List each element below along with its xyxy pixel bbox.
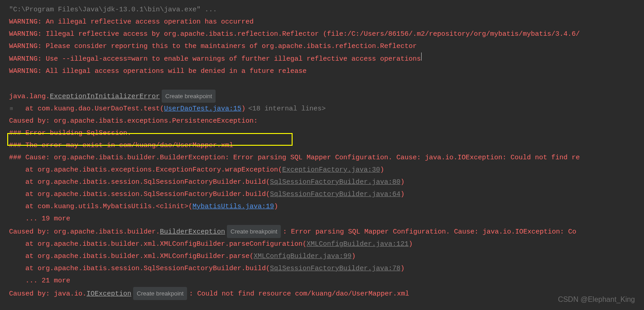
caused-by-line: Caused by: org.apache.ibatis.exceptions.… <box>9 115 644 127</box>
stack-suffix: ) <box>274 200 278 213</box>
stack-suffix: ) <box>400 262 404 275</box>
exception-prefix: java.lang. <box>9 91 50 103</box>
stack-suffix: ) <box>400 188 404 200</box>
warning-text: WARNING: Use --illegal-access=warn to en… <box>9 53 421 65</box>
warning-line: WARNING: Use --illegal-access=warn to en… <box>9 52 644 65</box>
stack-prefix: at org.apache.ibatis.exceptions.Exceptio… <box>25 164 282 176</box>
stack-link[interactable]: XMLConfigBuilder.java:99 <box>254 250 351 262</box>
more-text: ... 19 more <box>25 213 70 225</box>
stack-line: at org.apache.ibatis.session.SqlSessionF… <box>9 176 644 188</box>
stack-line: ⊞ at com.kuang.dao.UserDaoTest.test(User… <box>9 103 644 115</box>
stack-prefix: at org.apache.ibatis.session.SqlSessionF… <box>25 176 270 188</box>
warning-text: WARNING: An illegal reflective access op… <box>9 16 254 28</box>
warning-text: WARNING: Please consider reporting this … <box>9 40 417 52</box>
exception-line: java.lang.ExceptionInInitializerError Cr… <box>9 90 644 103</box>
warning-line: WARNING: An illegal reflective access op… <box>9 16 644 28</box>
cause-text: ### Cause: org.apache.ibatis.builder.Bui… <box>9 152 580 164</box>
highlight-box <box>7 133 293 146</box>
java-command: "C:\Program Files\Java\jdk-13.0.1\bin\ja… <box>9 4 217 16</box>
stack-link[interactable]: XMLConfigBuilder.java:121 <box>307 238 409 250</box>
text-cursor <box>421 52 422 61</box>
stack-prefix: at org.apache.ibatis.builder.xml.XMLConf… <box>25 238 307 250</box>
stack-suffix: ) <box>351 250 356 262</box>
stack-prefix: at com.kuang.dao.UserDaoTest.test( <box>25 103 164 115</box>
stack-line: at org.apache.ibatis.exceptions.Exceptio… <box>9 164 644 176</box>
stack-suffix: ) <box>409 238 413 250</box>
stack-link[interactable]: UserDaoTest.java:15 <box>164 103 241 115</box>
stack-link[interactable]: ExceptionFactory.java:30 <box>282 164 380 176</box>
create-breakpoint-button[interactable]: Create breakpoint <box>227 225 281 238</box>
stack-line: at org.apache.ibatis.builder.xml.XMLConf… <box>9 250 644 262</box>
more-text: ... 21 more <box>25 275 70 287</box>
stack-line: at com.kuang.utils.MybatisUtils.<clinit>… <box>9 200 644 213</box>
caused-by-text: Caused by: org.apache.ibatis.exceptions.… <box>9 115 258 127</box>
more-line: ... 21 more <box>9 275 644 287</box>
more-line: ... 19 more <box>9 213 644 225</box>
warning-text: WARNING: Illegal reflective access by or… <box>9 28 580 40</box>
console-output[interactable]: "C:\Program Files\Java\jdk-13.0.1\bin\ja… <box>0 0 644 304</box>
caused-by-suffix: : Error parsing SQL Mapper Configuration… <box>283 226 576 238</box>
stack-link[interactable]: MybatisUtils.java:19 <box>192 200 274 213</box>
stack-prefix: at com.kuang.utils.MybatisUtils.<clinit>… <box>25 200 192 213</box>
stack-prefix: at org.apache.ibatis.session.SqlSessionF… <box>25 188 270 200</box>
caused-by-prefix: Caused by: java.io. <box>9 288 87 300</box>
warning-line: WARNING: All illegal access operations w… <box>9 65 644 77</box>
stack-suffix: ) <box>400 176 404 188</box>
warning-line: WARNING: Illegal reflective access by or… <box>9 28 644 40</box>
stack-line: at org.apache.ibatis.session.SqlSessionF… <box>9 188 644 200</box>
cause-line: ### Cause: org.apache.ibatis.builder.Bui… <box>9 152 644 164</box>
caused-by-line: Caused by: java.io.IOException Create br… <box>9 287 644 300</box>
exception-link[interactable]: BuilderException <box>160 226 225 238</box>
stack-prefix: at org.apache.ibatis.session.SqlSessionF… <box>25 262 270 275</box>
warning-line: WARNING: Please consider reporting this … <box>9 40 644 52</box>
stack-line: at org.apache.ibatis.builder.xml.XMLConf… <box>9 238 644 250</box>
stack-suffix: ) <box>241 103 245 115</box>
stack-suffix: ) <box>380 164 384 176</box>
stack-line: at org.apache.ibatis.session.SqlSessionF… <box>9 262 644 275</box>
watermark: CSDN @Elephant_King <box>558 293 635 305</box>
caused-by-prefix: Caused by: org.apache.ibatis.builder. <box>9 226 160 238</box>
exception-link[interactable]: ExceptionInInitializerError <box>50 91 160 103</box>
stack-link[interactable]: SqlSessionFactoryBuilder.java:64 <box>270 188 400 200</box>
stack-prefix: at org.apache.ibatis.builder.xml.XMLConf… <box>25 250 254 262</box>
caused-by-suffix: : Could not find resource com/kuang/dao/… <box>189 288 409 300</box>
caused-by-line: Caused by: org.apache.ibatis.builder.Bui… <box>9 225 644 238</box>
stack-link[interactable]: SqlSessionFactoryBuilder.java:80 <box>270 176 400 188</box>
create-breakpoint-button[interactable]: Create breakpoint <box>133 287 187 300</box>
create-breakpoint-button[interactable]: Create breakpoint <box>162 90 216 103</box>
exception-link[interactable]: IOException <box>87 288 131 300</box>
stack-link[interactable]: SqlSessionFactoryBuilder.java:78 <box>270 262 400 275</box>
output-line: "C:\Program Files\Java\jdk-13.0.1\bin\ja… <box>9 4 644 16</box>
warning-text: WARNING: All illegal access operations w… <box>9 65 307 77</box>
empty-line <box>9 77 644 90</box>
internal-lines[interactable]: <18 internal lines> <box>248 103 326 115</box>
expand-icon[interactable]: ⊞ <box>10 103 13 115</box>
